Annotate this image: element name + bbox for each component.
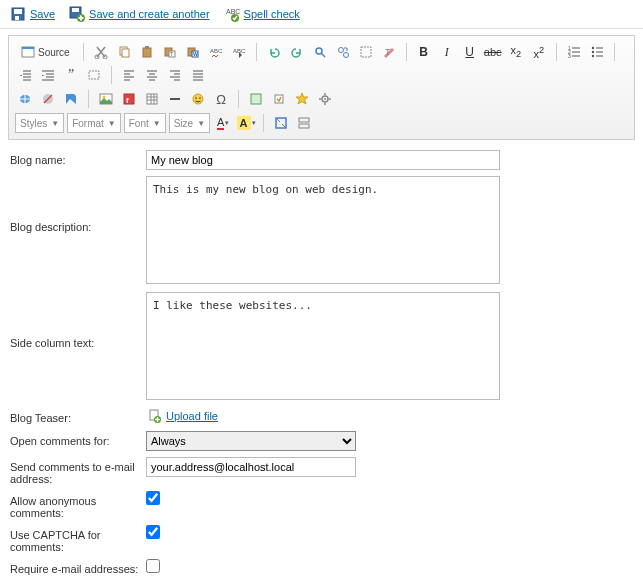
svg-point-89 xyxy=(324,98,326,100)
svg-line-28 xyxy=(321,53,325,57)
link-icon[interactable] xyxy=(15,89,35,109)
blog-desc-label: Blog description: xyxy=(10,176,146,233)
align-right-icon[interactable] xyxy=(165,65,185,85)
svg-rect-16 xyxy=(122,49,129,57)
save-another-label: Save and create another xyxy=(89,8,209,20)
svg-point-85 xyxy=(199,97,201,99)
svg-text:W: W xyxy=(193,51,198,57)
numlist-icon[interactable]: 123 xyxy=(564,42,584,62)
upload-label: Upload file xyxy=(166,410,218,422)
bold-icon[interactable]: B xyxy=(414,42,434,62)
superscript-icon[interactable]: x2 xyxy=(529,42,549,62)
send-email-input[interactable] xyxy=(146,457,356,477)
save-another-link[interactable]: Save and create another xyxy=(69,6,209,22)
spellcheck-label: Spell check xyxy=(244,8,300,20)
blog-name-label: Blog name: xyxy=(10,150,146,166)
undo-icon[interactable] xyxy=(264,42,284,62)
subscript-icon[interactable]: x2 xyxy=(506,42,526,62)
replace-icon[interactable] xyxy=(333,42,353,62)
align-left-icon[interactable] xyxy=(119,65,139,85)
open-comments-select[interactable]: Always xyxy=(146,431,356,451)
open-comments-label: Open comments for: xyxy=(10,431,146,447)
flash-icon[interactable]: f xyxy=(119,89,139,109)
paste-word-icon[interactable]: W xyxy=(183,42,203,62)
font-dropdown[interactable]: Font▼ xyxy=(124,113,166,133)
form-icon[interactable] xyxy=(246,89,266,109)
anon-checkbox[interactable] xyxy=(146,491,160,505)
strike-icon[interactable]: abc xyxy=(483,42,503,62)
upload-file-link[interactable]: Upload file xyxy=(146,408,218,424)
bgcolor-icon[interactable]: A▾ xyxy=(236,113,256,133)
blog-desc-textarea[interactable] xyxy=(146,176,500,284)
svg-point-41 xyxy=(591,55,593,57)
editor-toolbar: Source T W ABC ABC T B I U abc x2 x2 123… xyxy=(8,35,635,140)
size-dropdown[interactable]: Size▼ xyxy=(169,113,210,133)
toolbar-row-3: Styles▼ Format▼ Font▼ Size▼ A▾ A▾ xyxy=(15,111,628,135)
require-email-label: Require e-mail addresses: xyxy=(10,559,146,575)
textcolor-icon[interactable]: A▾ xyxy=(213,113,233,133)
side-col-textarea[interactable] xyxy=(146,292,500,400)
anchor-icon[interactable] xyxy=(61,89,81,109)
bulletlist-icon[interactable] xyxy=(587,42,607,62)
svg-rect-77 xyxy=(147,94,157,104)
styles-dropdown[interactable]: Styles▼ xyxy=(15,113,64,133)
cut-icon[interactable] xyxy=(91,42,111,62)
smiley-icon[interactable] xyxy=(188,89,208,109)
svg-text:ABC: ABC xyxy=(226,8,240,15)
form-area: Blog name: Blog description: Side column… xyxy=(0,140,643,578)
svg-point-84 xyxy=(195,97,197,99)
align-center-icon[interactable] xyxy=(142,65,162,85)
svg-rect-96 xyxy=(299,124,309,128)
source-button[interactable]: Source xyxy=(15,42,76,62)
unlink-icon[interactable] xyxy=(38,89,58,109)
svg-rect-8 xyxy=(79,17,84,19)
svg-rect-17 xyxy=(143,48,151,57)
checkbox-icon[interactable] xyxy=(269,89,289,109)
gear-icon[interactable] xyxy=(315,89,335,109)
copy-icon[interactable] xyxy=(114,42,134,62)
star-icon[interactable] xyxy=(292,89,312,109)
indent-icon[interactable] xyxy=(38,65,58,85)
align-justify-icon[interactable] xyxy=(188,65,208,85)
svg-rect-95 xyxy=(299,118,309,122)
svg-rect-5 xyxy=(72,8,79,12)
svg-rect-31 xyxy=(361,47,371,57)
image-icon[interactable] xyxy=(96,89,116,109)
showblocks-icon[interactable] xyxy=(294,113,314,133)
spell-lang-icon[interactable]: ABC xyxy=(229,42,249,62)
svg-rect-3 xyxy=(19,16,21,20)
hr-icon[interactable] xyxy=(165,89,185,109)
svg-text:T: T xyxy=(170,51,173,57)
require-email-checkbox[interactable] xyxy=(146,559,160,573)
spellcheck-link[interactable]: ABC Spell check xyxy=(224,6,300,22)
spell-icon[interactable]: ABC xyxy=(206,42,226,62)
div-icon[interactable] xyxy=(84,65,104,85)
anon-label: Allow anonymous comments: xyxy=(10,491,146,519)
blog-name-input[interactable] xyxy=(146,150,500,170)
paste-text-icon[interactable]: T xyxy=(160,42,180,62)
selectall-icon[interactable] xyxy=(356,42,376,62)
send-email-label: Send comments to e-mail address: xyxy=(10,457,146,485)
svg-rect-18 xyxy=(145,46,149,49)
captcha-checkbox[interactable] xyxy=(146,525,160,539)
redo-icon[interactable] xyxy=(287,42,307,62)
find-icon[interactable] xyxy=(310,42,330,62)
side-col-label: Side column text: xyxy=(10,292,146,349)
italic-icon[interactable]: I xyxy=(437,42,457,62)
specialchar-icon[interactable]: Ω xyxy=(211,89,231,109)
outdent-icon[interactable] xyxy=(15,65,35,85)
underline-icon[interactable]: U xyxy=(460,42,480,62)
save-label: Save xyxy=(30,8,55,20)
svg-text:ABC: ABC xyxy=(210,48,223,54)
svg-point-39 xyxy=(591,47,593,49)
removeformat-icon[interactable]: T xyxy=(379,42,399,62)
save-link[interactable]: Save xyxy=(10,6,55,22)
blockquote-icon[interactable]: ” xyxy=(61,65,81,85)
format-dropdown[interactable]: Format▼ xyxy=(67,113,121,133)
paste-icon[interactable] xyxy=(137,42,157,62)
table-icon[interactable] xyxy=(142,89,162,109)
toolbar-row-1: Source T W ABC ABC T B I U abc x2 x2 123… xyxy=(15,40,628,87)
svg-text:T: T xyxy=(385,47,391,57)
source-label: Source xyxy=(38,47,70,58)
maximize-icon[interactable] xyxy=(271,113,291,133)
